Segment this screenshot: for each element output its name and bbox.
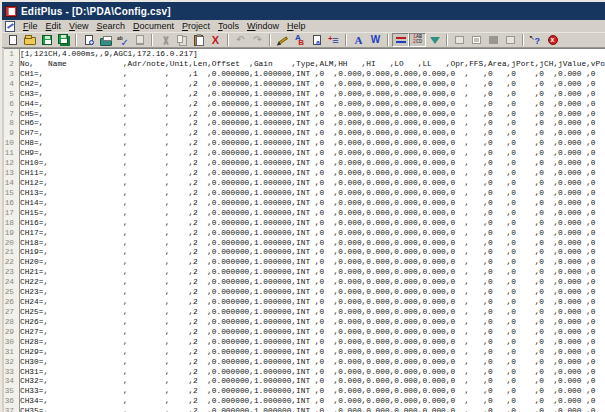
menu-search[interactable]: Search xyxy=(92,20,129,32)
menu-tools[interactable]: Tools xyxy=(214,20,243,32)
line-numbers-icon[interactable]: 1AB2CD xyxy=(409,33,426,47)
spell-check-icon[interactable]: ab✓ xyxy=(114,33,131,47)
line-text[interactable]: CH4=, , , ,2 ,0.000000,1.000000,INT ,0 ,… xyxy=(20,100,596,108)
editor-line: 35CH33=, , , ,2 ,0.000000,1.000000,INT ,… xyxy=(4,387,605,397)
paste-icon[interactable] xyxy=(190,33,207,47)
menu-document[interactable]: Document xyxy=(129,20,178,32)
line-number: 9 xyxy=(4,129,17,139)
line-text[interactable]: CH30=, , , ,2 ,0.000000,1.000000,INT ,0 … xyxy=(20,358,596,366)
line-text[interactable]: CH24=, , , ,2 ,0.000000,1.000000,INT ,0 … xyxy=(20,298,596,306)
line-text[interactable]: CH21=, , , ,2 ,0.000000,1.000000,INT ,0 … xyxy=(20,268,596,276)
line-number: 27 xyxy=(4,308,17,318)
line-text[interactable]: CH1=, , , ,1 ,0.000000,1.000000,INT ,0 ,… xyxy=(20,70,596,78)
editor-line: 27CH25=, , , ,2 ,0.000000,1.000000,INT ,… xyxy=(4,308,605,318)
toolbar-separator xyxy=(227,34,229,46)
line-number: 10 xyxy=(4,139,17,149)
line-text[interactable]: CH34=, , , ,2 ,0.000000,1.000000,INT ,0 … xyxy=(20,397,596,405)
line-text[interactable]: CH10=, , , ,2 ,0.000000,1.000000,INT ,0 … xyxy=(20,159,596,167)
line-number: 18 xyxy=(4,219,17,229)
line-text[interactable]: CH11=, , , ,2 ,0.000000,1.000000,INT ,0 … xyxy=(20,169,596,177)
line-text[interactable]: CH26=, , , ,2 ,0.000000,1.000000,INT ,0 … xyxy=(20,318,596,326)
line-number: 16 xyxy=(4,199,17,209)
find-in-files-icon[interactable]: a xyxy=(308,33,325,47)
line-number: 26 xyxy=(4,298,17,308)
line-text[interactable]: CH29=, , , ,2 ,0.000000,1.000000,INT ,0 … xyxy=(20,348,596,356)
show-ruler-icon[interactable] xyxy=(392,33,409,47)
line-text[interactable]: CH20=, , , ,2 ,0.000000,1.000000,INT ,0 … xyxy=(20,258,596,266)
delete-icon[interactable]: X xyxy=(207,33,224,47)
line-number: 17 xyxy=(4,209,17,219)
line-text[interactable]: CH19=, , , ,2 ,0.000000,1.000000,INT ,0 … xyxy=(20,248,596,256)
line-text[interactable]: CH28=, , , ,2 ,0.000000,1.000000,INT ,0 … xyxy=(20,338,596,346)
line-text[interactable]: CH22=, , , ,2 ,0.000000,1.000000,INT ,0 … xyxy=(20,278,596,286)
line-number: 29 xyxy=(4,328,17,338)
app-icon xyxy=(5,6,17,17)
line-number: 23 xyxy=(4,268,17,278)
toggle-marks-icon[interactable]: +≡ xyxy=(325,33,342,47)
line-text[interactable]: CH33=, , , ,2 ,0.000000,1.000000,INT ,0 … xyxy=(20,387,596,395)
print-icon[interactable] xyxy=(97,33,114,47)
html-toolbar-icon[interactable]: A xyxy=(350,33,367,47)
line-text[interactable]: CH8=, , , ,2 ,0.000000,1.000000,INT ,0 ,… xyxy=(20,139,596,147)
line-text[interactable]: CH6=, , , ,2 ,0.000000,1.000000,INT ,0 ,… xyxy=(20,119,596,127)
save-icon[interactable] xyxy=(38,33,55,47)
editor-line: 21CH19=, , , ,2 ,0.000000,1.000000,INT ,… xyxy=(4,248,605,258)
line-text[interactable]: CH7=, , , ,2 ,0.000000,1.000000,INT ,0 ,… xyxy=(20,129,596,137)
editor-line: 10CH8=, , , ,2 ,0.000000,1.000000,INT ,0… xyxy=(4,139,605,149)
print-preview-icon[interactable] xyxy=(80,33,97,47)
line-text[interactable]: CH13=, , , ,2 ,0.000000,1.000000,INT ,0 … xyxy=(20,189,596,197)
menu-edit[interactable]: Edit xyxy=(42,20,66,32)
line-text[interactable]: CH17=, , , ,2 ,0.000000,1.000000,INT ,0 … xyxy=(20,229,596,237)
editor-line: 19CH17=, , , ,2 ,0.000000,1.000000,INT ,… xyxy=(4,229,605,239)
open-file-icon[interactable] xyxy=(21,33,38,47)
browser-forward-icon xyxy=(468,33,485,47)
toolbar-separator xyxy=(446,34,448,46)
editor-line: 7CH5=, , , ,2 ,0.000000,1.000000,INT ,0 … xyxy=(4,110,605,120)
line-text[interactable]: CH35=, , , ,2 ,0.000000,1.000000,INT ,0 … xyxy=(20,407,596,412)
toolbar-separator xyxy=(522,34,524,46)
stop-icon[interactable]: x xyxy=(544,33,561,47)
document-icon[interactable] xyxy=(5,21,15,32)
line-text[interactable]: CH31=, , , ,2 ,0.000000,1.000000,INT ,0 … xyxy=(20,368,596,376)
copy-icon xyxy=(173,33,190,47)
menu-view[interactable]: View xyxy=(65,20,92,32)
line-text[interactable]: CH12=, , , ,2 ,0.000000,1.000000,INT ,0 … xyxy=(20,179,596,187)
line-text[interactable]: CH18=, , , ,2 ,0.000000,1.000000,INT ,0 … xyxy=(20,239,596,247)
undo-icon: ↶ xyxy=(232,33,249,47)
editor-line: 30CH28=, , , ,2 ,0.000000,1.000000,INT ,… xyxy=(4,338,605,348)
line-text[interactable]: CH2=, , , ,2 ,0.000000,1.000000,INT ,0 ,… xyxy=(20,80,596,88)
menu-window[interactable]: Window xyxy=(243,20,283,32)
redo-icon: ↷ xyxy=(249,33,266,47)
browser-refresh-icon xyxy=(502,33,519,47)
word-wrap-icon[interactable]: W xyxy=(367,33,384,47)
context-help-icon[interactable]: ↖? xyxy=(527,33,544,47)
line-text[interactable]: [1,121CH,4.000ms,,9,AGC1,172.16.0.217] xyxy=(20,50,198,58)
line-number: 25 xyxy=(4,288,17,298)
replace-icon[interactable]: AB xyxy=(291,33,308,47)
line-text[interactable]: No, Name ,Adr/note,Unit,Len,Offset ,Gain… xyxy=(20,60,605,68)
save-all-icon[interactable] xyxy=(55,33,72,47)
menu-help[interactable]: Help xyxy=(283,20,310,32)
menu-project[interactable]: Project xyxy=(178,20,214,32)
editor-line: 24CH22=, , , ,2 ,0.000000,1.000000,INT ,… xyxy=(4,278,605,288)
new-document-icon[interactable] xyxy=(4,33,21,47)
find-icon[interactable] xyxy=(274,33,291,47)
line-number: 24 xyxy=(4,278,17,288)
editor-area[interactable]: 1[1,121CH,4.000ms,,9,AGC1,172.16.0.217]2… xyxy=(4,48,605,412)
line-number: 36 xyxy=(4,397,17,407)
line-text[interactable]: CH23=, , , ,2 ,0.000000,1.000000,INT ,0 … xyxy=(20,288,596,296)
line-text[interactable]: CH9=, , , ,2 ,0.000000,1.000000,INT ,0 ,… xyxy=(20,149,596,157)
line-text[interactable]: CH27=, , , ,2 ,0.000000,1.000000,INT ,0 … xyxy=(20,328,596,336)
sort-icon[interactable] xyxy=(426,33,443,47)
line-number: 22 xyxy=(4,258,17,268)
line-text[interactable]: CH3=, , , ,2 ,0.000000,1.000000,INT ,0 ,… xyxy=(20,90,596,98)
line-text[interactable]: CH14=, , , ,2 ,0.000000,1.000000,INT ,0 … xyxy=(20,199,596,207)
line-text[interactable]: CH15=, , , ,2 ,0.000000,1.000000,INT ,0 … xyxy=(20,209,596,217)
line-number: 28 xyxy=(4,318,17,328)
line-text[interactable]: CH16=, , , ,2 ,0.000000,1.000000,INT ,0 … xyxy=(20,219,596,227)
line-text[interactable]: CH32=, , , ,2 ,0.000000,1.000000,INT ,0 … xyxy=(20,377,596,385)
line-text[interactable]: CH25=, , , ,2 ,0.000000,1.000000,INT ,0 … xyxy=(20,308,596,316)
line-text[interactable]: CH5=, , , ,2 ,0.000000,1.000000,INT ,0 ,… xyxy=(20,110,596,118)
menu-file[interactable]: File xyxy=(19,20,42,32)
editor-line: 26CH24=, , , ,2 ,0.000000,1.000000,INT ,… xyxy=(4,298,605,308)
